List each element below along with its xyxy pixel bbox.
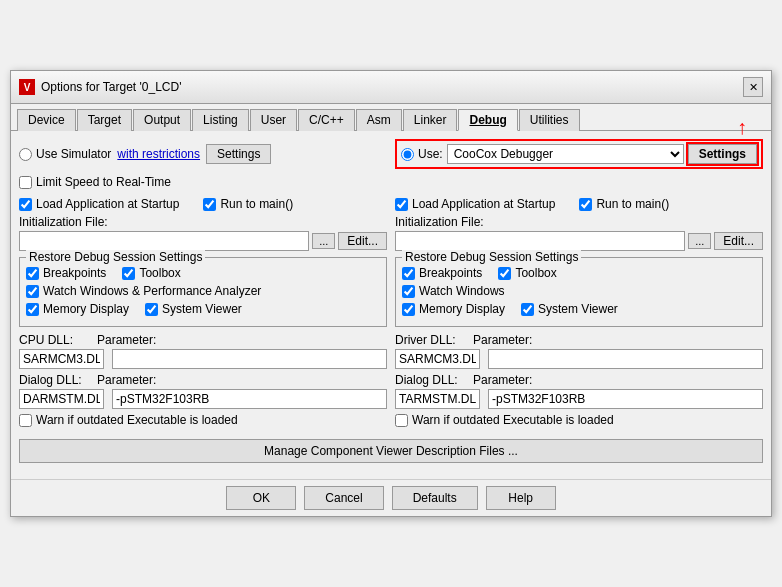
- left-system-viewer-label: System Viewer: [162, 302, 242, 316]
- top-row: Use Simulator with restrictions Settings…: [19, 139, 763, 169]
- right-driver-dll-values-row: [395, 349, 763, 369]
- right-driver-dll-param-input[interactable]: [488, 349, 763, 369]
- right-memory-label: Memory Display: [419, 302, 505, 316]
- tab-linker[interactable]: Linker: [403, 109, 458, 131]
- right-sysviewer-row: System Viewer: [521, 302, 618, 316]
- right-toolbox-checkbox[interactable]: [498, 267, 511, 280]
- right-restore-row1: Breakpoints Toolbox: [402, 266, 756, 284]
- right-run-to-main-checkbox[interactable]: [579, 198, 592, 211]
- with-restrictions-link[interactable]: with restrictions: [117, 147, 200, 161]
- tab-utilities[interactable]: Utilities: [519, 109, 580, 131]
- cancel-button[interactable]: Cancel: [304, 486, 383, 510]
- left-restore-group-title: Restore Debug Session Settings: [26, 250, 205, 264]
- use-debugger-box: Use: CooCox Debugger ↑ Settings: [395, 139, 763, 169]
- left-dialog-dll-param-input[interactable]: [112, 389, 387, 409]
- right-dialog-dll-row: Dialog DLL: Parameter:: [395, 373, 763, 387]
- left-dialog-dll-input[interactable]: [19, 389, 104, 409]
- left-dialog-dll-row: Dialog DLL: Parameter:: [19, 373, 387, 387]
- right-column: Load Application at Startup Run to main(…: [395, 197, 763, 433]
- right-dialog-dll-label: Dialog DLL:: [395, 373, 465, 387]
- left-breakpoints-checkbox[interactable]: [26, 267, 39, 280]
- use-simulator-radio[interactable]: Use Simulator: [19, 147, 111, 161]
- arrow-indicator: ↑: [737, 116, 747, 139]
- tab-output[interactable]: Output: [133, 109, 191, 131]
- close-button[interactable]: ✕: [743, 77, 763, 97]
- settings-wrapper: ↑ Settings: [688, 144, 757, 164]
- right-browse-button[interactable]: ...: [688, 233, 711, 249]
- manage-button[interactable]: Manage Component Viewer Description File…: [19, 439, 763, 463]
- left-warn-checkbox[interactable]: [19, 414, 32, 427]
- help-button[interactable]: Help: [486, 486, 556, 510]
- use-label: Use:: [418, 147, 443, 161]
- right-breakpoints-checkbox[interactable]: [402, 267, 415, 280]
- left-edit-button[interactable]: Edit...: [338, 232, 387, 250]
- left-restore-inner: Breakpoints Toolbox Watch Windows & Perf…: [26, 266, 380, 320]
- left-browse-button[interactable]: ...: [312, 233, 335, 249]
- right-memory-row: Memory Display: [402, 302, 505, 316]
- left-run-to-main-checkbox[interactable]: [203, 198, 216, 211]
- right-dialog-dll-param-input[interactable]: [488, 389, 763, 409]
- left-restore-group: Restore Debug Session Settings Breakpoin…: [19, 257, 387, 327]
- left-cpu-dll-param-input[interactable]: [112, 349, 387, 369]
- right-use-section: Use: CooCox Debugger ↑ Settings: [395, 139, 763, 169]
- right-dialog-dll-input[interactable]: [395, 389, 480, 409]
- right-load-app-row: Load Application at Startup Run to main(…: [395, 197, 763, 211]
- right-memory-checkbox[interactable]: [402, 303, 415, 316]
- left-warn-row: Warn if outdated Executable is loaded: [19, 413, 387, 427]
- right-toolbox-label: Toolbox: [515, 266, 556, 280]
- tab-device[interactable]: Device: [17, 109, 76, 131]
- limit-speed-row: Limit Speed to Real-Time: [19, 175, 763, 189]
- left-load-app-checkbox[interactable]: [19, 198, 32, 211]
- right-driver-dll-param-label: Parameter:: [473, 333, 532, 347]
- tab-asm[interactable]: Asm: [356, 109, 402, 131]
- left-toolbox-checkbox[interactable]: [122, 267, 135, 280]
- tab-listing[interactable]: Listing: [192, 109, 249, 131]
- tab-cpp[interactable]: C/C++: [298, 109, 355, 131]
- right-edit-button[interactable]: Edit...: [714, 232, 763, 250]
- right-driver-dll-section: Driver DLL: Parameter:: [395, 333, 763, 369]
- ok-button[interactable]: OK: [226, 486, 296, 510]
- right-driver-dll-input[interactable]: [395, 349, 480, 369]
- tab-user[interactable]: User: [250, 109, 297, 131]
- left-breakpoints-row: Breakpoints: [26, 266, 106, 280]
- left-watch-label: Watch Windows & Performance Analyzer: [43, 284, 261, 298]
- debugger-select[interactable]: CooCox Debugger: [447, 144, 684, 164]
- tab-target[interactable]: Target: [77, 109, 132, 131]
- left-restore-row3: Memory Display System Viewer: [26, 302, 380, 320]
- tab-debug[interactable]: Debug: [458, 109, 517, 131]
- right-system-viewer-label: System Viewer: [538, 302, 618, 316]
- defaults-button[interactable]: Defaults: [392, 486, 478, 510]
- right-driver-dll-row: Driver DLL: Parameter:: [395, 333, 763, 347]
- simulator-settings-button[interactable]: Settings: [206, 144, 271, 164]
- left-init-file-row: ... Edit...: [19, 231, 387, 251]
- right-driver-dll-label: Driver DLL:: [395, 333, 465, 347]
- left-memory-label: Memory Display: [43, 302, 129, 316]
- left-system-viewer-checkbox[interactable]: [145, 303, 158, 316]
- use-debugger-radio[interactable]: Use:: [401, 147, 443, 161]
- use-simulator-label: Use Simulator: [36, 147, 111, 161]
- right-system-viewer-checkbox[interactable]: [521, 303, 534, 316]
- left-cpu-dll-input[interactable]: [19, 349, 104, 369]
- right-watch-row: Watch Windows: [402, 284, 756, 298]
- right-restore-row3: Memory Display System Viewer: [402, 302, 756, 320]
- left-init-file-label: Initialization File:: [19, 215, 387, 229]
- left-column: Load Application at Startup Run to main(…: [19, 197, 387, 433]
- left-watch-checkbox[interactable]: [26, 285, 39, 298]
- left-toolbox-label: Toolbox: [139, 266, 180, 280]
- title-bar-left: V Options for Target '0_LCD': [19, 79, 181, 95]
- debugger-settings-button[interactable]: Settings: [688, 144, 757, 164]
- left-memory-checkbox[interactable]: [26, 303, 39, 316]
- limit-speed-checkbox[interactable]: [19, 176, 32, 189]
- right-load-app-checkbox[interactable]: [395, 198, 408, 211]
- right-dialog-dll-section: Dialog DLL: Parameter:: [395, 373, 763, 409]
- right-init-file-row: ... Edit...: [395, 231, 763, 251]
- right-init-file-input[interactable]: [395, 231, 685, 251]
- use-radio-input[interactable]: [401, 148, 414, 161]
- right-warn-checkbox[interactable]: [395, 414, 408, 427]
- left-init-file-input[interactable]: [19, 231, 309, 251]
- left-warn-label: Warn if outdated Executable is loaded: [36, 413, 238, 427]
- right-watch-checkbox[interactable]: [402, 285, 415, 298]
- simulator-radio-input[interactable]: [19, 148, 32, 161]
- right-toolbox-row: Toolbox: [498, 266, 556, 280]
- left-run-to-main-label: Run to main(): [220, 197, 293, 211]
